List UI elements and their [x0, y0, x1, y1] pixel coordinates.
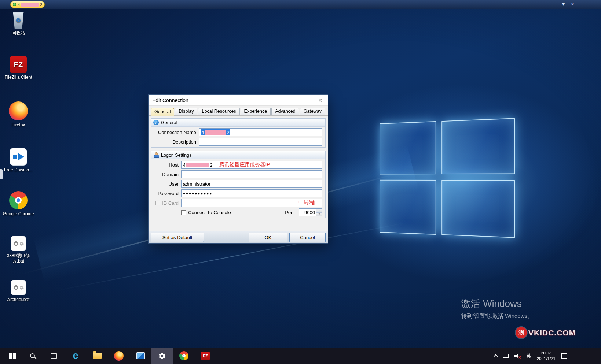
user-input[interactable]: administrator: [181, 180, 322, 188]
edge-button[interactable]: e: [65, 348, 86, 364]
desktop-icon-filezilla[interactable]: FileZilla Client: [1, 56, 35, 80]
logon-group-header: Logon Settings: [151, 151, 325, 159]
connection-name-right: 2: [40, 3, 42, 7]
chrome-icon: [179, 351, 188, 360]
site-watermark: 测 VKIDC.COM: [516, 327, 576, 338]
network-icon[interactable]: [503, 354, 509, 358]
tray-time: 20:03: [537, 350, 556, 356]
activate-windows-watermark: 激活 Windows 转到“设置”以激活 Windows。: [461, 297, 533, 320]
batch-file-icon: [11, 236, 26, 251]
filezilla-button[interactable]: [195, 348, 216, 364]
spin-down-icon[interactable]: [316, 212, 322, 216]
general-group-header: General: [151, 119, 325, 127]
tab-display[interactable]: Display: [175, 108, 197, 115]
tray-clock[interactable]: 20:03 2021/1/21: [537, 350, 556, 361]
port-spinbox[interactable]: 9000: [299, 208, 322, 216]
connection-status-icon: [13, 3, 16, 6]
firefox-icon: [9, 101, 28, 120]
set-as-default-button[interactable]: Set as Default: [151, 233, 204, 242]
firefox-icon: [114, 351, 124, 361]
idcard-checkbox[interactable]: [155, 201, 160, 205]
chrome-button[interactable]: [173, 348, 194, 364]
watermark-line1: 激活 Windows: [461, 297, 533, 310]
console-checkbox[interactable]: [181, 210, 186, 215]
task-view-button[interactable]: [43, 348, 65, 364]
domain-label: Domain: [151, 172, 181, 177]
action-center-icon[interactable]: [561, 353, 567, 359]
desktop-icon-free-download[interactable]: Free Downlo...: [1, 148, 35, 173]
dialog-close-icon[interactable]: [316, 97, 324, 103]
site-logo-icon: 测: [516, 327, 527, 338]
task-view-icon: [51, 353, 57, 359]
tab-general[interactable]: General: [151, 108, 174, 116]
firefox-button[interactable]: [108, 348, 129, 364]
user-label: User: [151, 181, 181, 187]
desktop-icon-chrome[interactable]: Google Chrome: [1, 191, 35, 217]
host-label: Host: [151, 162, 181, 168]
desktop-icon-recycle-bin[interactable]: ♻ 回收站: [1, 12, 35, 36]
recycle-bin-icon: ♻: [12, 12, 25, 29]
desktop-icon-firefox[interactable]: Firefox: [1, 101, 35, 128]
tab-local-resources[interactable]: Local Resources: [198, 108, 239, 115]
desktop-icon-label: 3389端口修改.bat: [1, 253, 35, 264]
idcard-annotation: 中转端口: [298, 200, 320, 206]
settings-button[interactable]: [151, 348, 173, 364]
host-annotation: 腾讯轻量应用服务器IP: [219, 161, 270, 168]
system-tray: 英 20:03 2021/1/21: [494, 348, 567, 364]
taskbar: e 英 20:03 2021/1/21: [0, 348, 601, 364]
watermark-line2: 转到“设置”以激活 Windows。: [461, 313, 533, 320]
blue-app-button[interactable]: [130, 348, 151, 364]
desktop-icon-label: Google Chrome: [1, 211, 35, 217]
port-label: Port: [285, 210, 297, 215]
ok-button[interactable]: OK: [249, 233, 287, 242]
redacted-ip: [186, 163, 209, 167]
dialog-titlebar: Edit Connection: [149, 95, 328, 106]
group-title: General: [161, 120, 177, 125]
edge-icon: e: [73, 351, 78, 361]
desktop-icon-label: FileZilla Client: [1, 75, 35, 80]
person-icon: [153, 152, 159, 158]
general-group: General Connection Name 42 Description: [151, 118, 326, 148]
filezilla-icon: [201, 352, 210, 360]
connection-name-input[interactable]: 42: [199, 128, 322, 136]
chrome-icon: [9, 191, 28, 209]
desktop-icon-label: altctldel.bat: [1, 297, 35, 302]
desktop-icon-3389-bat[interactable]: 3389端口修改.bat: [1, 236, 35, 264]
console-label: Connect To Console: [188, 210, 231, 215]
filezilla-icon: [10, 56, 27, 73]
edit-connection-dialog: Edit Connection General Display Local Re…: [148, 94, 328, 244]
side-pull-handle[interactable]: [0, 169, 3, 179]
tab-experience[interactable]: Experience: [241, 108, 271, 115]
volume-muted-icon[interactable]: [514, 353, 521, 359]
group-title: Logon Settings: [161, 153, 191, 158]
file-explorer-icon: [93, 353, 102, 359]
language-indicator[interactable]: 英: [527, 353, 531, 359]
dialog-title: Edit Connection: [152, 97, 188, 103]
redacted-ip: [205, 130, 226, 135]
desktop-icon-label: Firefox: [1, 122, 35, 128]
chevron-down-icon[interactable]: [562, 1, 565, 7]
tab-gateway[interactable]: Gateway: [300, 108, 325, 115]
close-icon[interactable]: [571, 1, 575, 7]
password-input[interactable]: ●●●●●●●●●●: [181, 189, 322, 197]
host-input[interactable]: 42 腾讯轻量应用服务器IP: [181, 161, 322, 169]
batch-file-icon: [11, 280, 26, 295]
selected-value: 42: [201, 129, 230, 135]
desktop-icon-altctldel-bat[interactable]: altctldel.bat: [1, 280, 35, 302]
idcard-input[interactable]: 中转端口: [181, 199, 322, 207]
spin-up-icon[interactable]: [316, 209, 322, 212]
search-button[interactable]: [22, 348, 43, 364]
tray-date: 2021/1/21: [537, 356, 556, 361]
logon-settings-group: Logon Settings Host 42 腾讯轻量应用服务器IP Domai…: [151, 151, 326, 218]
tray-expand-icon[interactable]: [494, 354, 498, 358]
domain-input[interactable]: [181, 170, 322, 178]
tab-advanced[interactable]: Advanced: [271, 108, 299, 115]
cancel-button[interactable]: Cancel: [289, 233, 326, 242]
file-explorer-button[interactable]: [87, 348, 108, 364]
idcard-label: ID Card: [162, 200, 179, 206]
description-input[interactable]: [199, 138, 322, 146]
remote-connection-bar: 4 2: [0, 0, 601, 9]
connection-tab-pill[interactable]: 4 2: [10, 1, 45, 8]
port-value: 9000: [299, 209, 316, 216]
start-button[interactable]: [4, 348, 21, 364]
